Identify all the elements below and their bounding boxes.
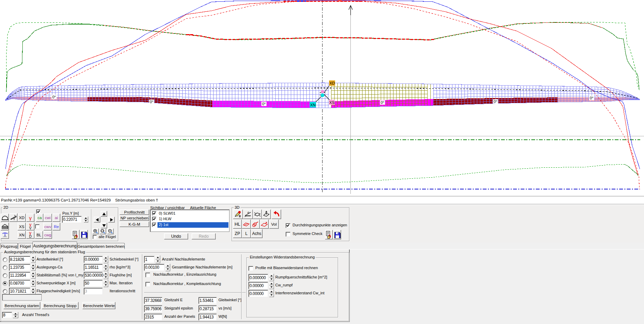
svg-text:XD: XD	[329, 81, 335, 85]
svg-text:0°: 0°	[52, 95, 56, 99]
svg-text:0°: 0°	[590, 96, 594, 100]
svg-text:XN: XN	[310, 103, 316, 107]
svg-text:α: α	[247, 211, 249, 214]
svg-text:0°: 0°	[262, 102, 266, 106]
svg-text:0°: 0°	[150, 100, 154, 104]
svg-text:0°: 0°	[494, 99, 498, 104]
svg-text:1:1: 1:1	[101, 230, 104, 232]
svg-text:0°: 0°	[381, 100, 385, 105]
svg-text:XS: XS	[329, 100, 335, 105]
